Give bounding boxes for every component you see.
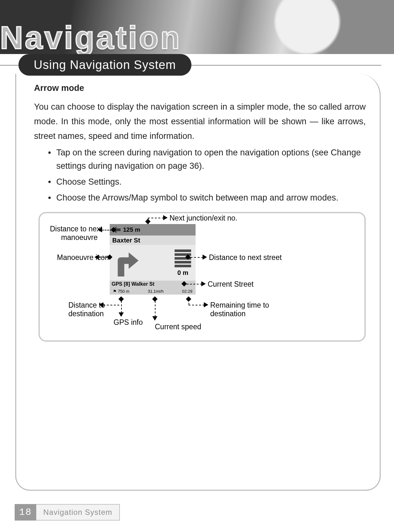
turn-right-icon [112, 249, 140, 276]
list-item: Tap on the screen during navigation to o… [48, 146, 366, 173]
callout-remaining-time: Remaining time to destination [210, 301, 269, 318]
intro-paragraph: You can choose to display the navigation… [34, 99, 366, 143]
callout-dist-destination: Distance to destination [68, 301, 99, 318]
callout-gps-info: GPS info [114, 318, 143, 327]
device-top-bar: 125 m [110, 224, 196, 235]
distance-to-next-street: 0 m [177, 269, 188, 276]
distance-bars: 0 m [175, 249, 191, 276]
speed-value: 31.1mi/h [148, 289, 164, 294]
distance-to-manoeuvre: 125 m [123, 226, 140, 233]
instruction-list: Tap on the screen during navigation to o… [34, 146, 366, 204]
callout-dist-next-street: Distance to next street [209, 253, 282, 262]
list-item: Choose Settings. [48, 175, 366, 188]
device-middle: 0 m [110, 245, 196, 281]
page-banner: Navigation [0, 0, 394, 54]
next-street-name: Baxter St [110, 235, 196, 245]
section-header-row: Using Navigation System [0, 54, 394, 76]
current-street-text: GPS [8] Walker St [112, 281, 155, 288]
content-panel: Arrow mode You can choose to display the… [15, 74, 381, 491]
flag-icon: ⚑ 750 m [113, 289, 129, 294]
callout-next-junction: Next junction/exit no. [169, 214, 238, 222]
arrow-mode-figure: 125 m Baxter St 0 m GPS [8] Walker S [38, 212, 366, 342]
list-item: Choose the Arrows/Map symbol to switch b… [48, 191, 366, 204]
footer-label: Navigation System [36, 504, 120, 521]
page-number: 18 [15, 504, 36, 521]
subsection-heading: Arrow mode [34, 83, 366, 93]
callout-current-speed: Current speed [155, 323, 201, 331]
banner-word: Navigation [0, 19, 182, 56]
callout-dist-manoeuvre: Distance to next manoeuvre [50, 225, 98, 242]
callout-manoeuvre-icon: Manoeuvre icon [57, 253, 109, 262]
section-title: Using Navigation System [18, 54, 191, 76]
callout-current-street: Current Street [208, 280, 253, 289]
time-value: 02:29 [182, 289, 192, 294]
page-footer: 18 Navigation System [15, 504, 120, 521]
status-row: ⚑ 750 m 31.1mi/h 02:29 [110, 288, 196, 295]
